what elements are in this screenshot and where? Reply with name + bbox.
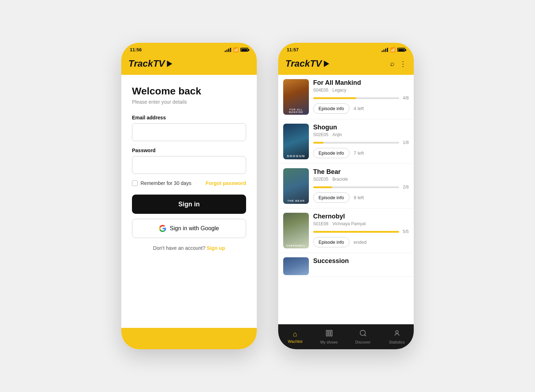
remember-left: Remember for 30 days	[132, 180, 191, 186]
nav-label-discover: Discover	[355, 340, 371, 344]
action-row-for-all-mankind: Episode info 4 left	[313, 103, 409, 114]
show-poster-shogun: SHOGUN	[283, 124, 309, 159]
bottom-nav: ⌂ Wachlist My shows Discover	[278, 324, 414, 349]
logo-right: TrackTV	[285, 58, 329, 69]
progress-bar-bg-chernobyl	[313, 231, 399, 233]
status-bar-right: 11:57 📶	[278, 43, 414, 55]
play-icon-left	[167, 61, 172, 67]
poster-text-shogun: SHOGUN	[283, 124, 309, 159]
watchlist-phone: 11:57 📶 TrackTV ⌕ ⋮ FOR ALLMAN	[278, 43, 414, 349]
progress-bar-bg-for-all-mankind	[313, 97, 399, 99]
show-title-succession: Succession	[313, 257, 409, 265]
discover-icon	[359, 329, 367, 339]
wifi-icon-right: 📶	[390, 47, 396, 52]
password-input[interactable]	[132, 156, 246, 174]
google-signin-label: Sign in with Google	[170, 225, 219, 232]
header-icons-right: ⌕ ⋮	[390, 60, 407, 68]
progress-count-for-all-mankind: 4/8	[403, 96, 409, 100]
forgot-password-link[interactable]: Forgot password	[205, 180, 246, 186]
show-list: FOR ALLMANKIND For All Mankind S04E05·Le…	[278, 75, 414, 324]
welcome-title: Welcome back	[132, 86, 246, 97]
show-info-for-all-mankind: For All Mankind S04E05·Legacy 4/8 Episod…	[313, 79, 409, 114]
more-icon[interactable]: ⋮	[399, 60, 407, 68]
status-icons-left: 📶	[225, 47, 248, 52]
signup-link[interactable]: Sign up	[207, 245, 225, 251]
progress-bar-bg-shogun	[313, 142, 399, 144]
show-info-succession: Succession	[313, 257, 409, 266]
nav-item-watchlist[interactable]: ⌂ Wachlist	[278, 330, 312, 344]
show-info-the-bear: The Bear S02E05·Braciole 2/8 Episode inf…	[313, 168, 409, 203]
ep-info-btn-the-bear[interactable]: Episode info	[313, 192, 350, 203]
stats-icon	[393, 329, 401, 339]
show-meta-for-all-mankind: S04E05·Legacy	[313, 88, 409, 93]
ep-info-btn-shogun[interactable]: Episode info	[313, 148, 350, 158]
email-input[interactable]	[132, 123, 246, 141]
logo-text-left: TrackTV	[128, 58, 165, 69]
logo-left: TrackTV	[128, 58, 172, 69]
poster-text-the-bear: THE BEAR	[283, 168, 309, 204]
progress-row-shogun: 1/8	[313, 140, 409, 145]
progress-bar-fill-for-all-mankind	[313, 97, 356, 99]
nav-item-discover[interactable]: Discover	[346, 329, 380, 344]
svg-rect-0	[326, 330, 327, 336]
play-icon-right	[324, 61, 329, 67]
signal-icon	[225, 48, 231, 52]
battery-icon	[240, 48, 248, 52]
progress-bar-fill-the-bear	[313, 186, 332, 188]
battery-icon-right	[397, 48, 405, 52]
time-right: 11:57	[287, 47, 299, 52]
show-poster-for-all-mankind: FOR ALLMANKIND	[283, 79, 309, 115]
nav-label-watchlist: Wachlist	[288, 339, 302, 344]
poster-text-for-all: FOR ALLMANKIND	[283, 79, 309, 115]
progress-bar-bg-the-bear	[313, 186, 399, 188]
ep-left-chernobyl: ended	[354, 239, 367, 245]
app-header-right: TrackTV ⌕ ⋮	[278, 55, 414, 75]
show-title-shogun: Shogun	[313, 124, 409, 131]
show-poster-succession	[283, 257, 309, 275]
email-label: Email address	[132, 115, 246, 120]
remember-row: Remember for 30 days Forgot password	[132, 180, 246, 186]
show-title-chernobyl: Chernobyl	[313, 213, 409, 220]
ep-info-btn-for-all-mankind[interactable]: Episode info	[313, 103, 350, 114]
show-poster-chernobyl: CHERNOBYL	[283, 213, 309, 248]
svg-line-4	[365, 335, 366, 336]
login-body: Welcome back Please enter your details E…	[121, 75, 257, 328]
show-item-succession: Succession	[278, 253, 414, 277]
status-bar-left: 11:56 📶	[121, 43, 257, 55]
password-label: Password	[132, 148, 246, 153]
poster-text-chernobyl: CHERNOBYL	[283, 213, 309, 248]
phone-footer-left	[121, 328, 257, 349]
show-item-for-all-mankind: FOR ALLMANKIND For All Mankind S04E05·Le…	[278, 75, 414, 119]
show-meta-the-bear: S02E05·Braciole	[313, 177, 409, 182]
ep-info-btn-chernobyl[interactable]: Episode info	[313, 237, 350, 247]
nav-label-my-shows: My shows	[320, 340, 338, 344]
remember-checkbox[interactable]	[132, 180, 138, 186]
app-header-left: TrackTV	[121, 55, 257, 75]
no-account-text: Don't have an account?	[153, 245, 205, 251]
ep-left-the-bear: 9 left	[354, 195, 364, 200]
show-info-shogun: Shogun S02E05·Anjin 1/8 Episode info 7 l…	[313, 124, 409, 158]
svg-point-3	[360, 330, 365, 336]
show-item-the-bear: THE BEAR The Bear S02E05·Braciole 2/8 Ep…	[278, 164, 414, 208]
show-info-chernobyl: Chernobyl S01E08·Vichnaya Pamyat 5/5 Epi…	[313, 213, 409, 247]
search-icon[interactable]: ⌕	[390, 60, 394, 68]
signal-icon-right	[382, 48, 388, 52]
svg-rect-1	[328, 330, 330, 336]
nav-item-statistics[interactable]: Statistics	[380, 329, 414, 344]
google-signin-button[interactable]: Sign in with Google	[132, 219, 246, 238]
welcome-subtitle: Please enter your details	[132, 99, 246, 105]
nav-item-my-shows[interactable]: My shows	[312, 329, 346, 344]
wifi-icon: 📶	[233, 47, 239, 52]
progress-count-the-bear: 2/8	[403, 185, 409, 190]
progress-row-chernobyl: 5/5	[313, 229, 409, 234]
svg-rect-2	[331, 330, 332, 336]
show-item-shogun: SHOGUN Shogun S02E05·Anjin 1/8 Episode i…	[278, 119, 414, 164]
progress-row-the-bear: 2/8	[313, 185, 409, 190]
signin-button[interactable]: Sign in	[132, 195, 246, 214]
show-item-chernobyl: CHERNOBYL Chernobyl S01E08·Vichnaya Pamy…	[278, 208, 414, 253]
home-icon: ⌂	[293, 330, 297, 338]
progress-count-shogun: 1/8	[403, 140, 409, 145]
ep-left-for-all-mankind: 4 left	[354, 106, 364, 111]
progress-row-for-all-mankind: 4/8	[313, 96, 409, 100]
action-row-the-bear: Episode info 9 left	[313, 192, 409, 203]
